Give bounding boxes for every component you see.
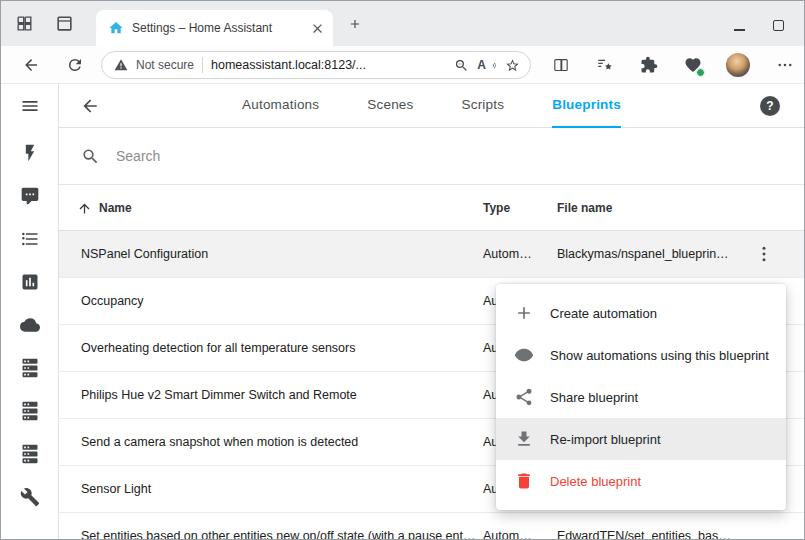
ha-tab-bar: Automations Scenes Scripts Blueprints	[59, 84, 804, 128]
address-divider	[202, 57, 203, 73]
table-row[interactable]: NSPanel Configuration Autom… Blackymas/n…	[59, 231, 804, 278]
address-bar[interactable]: Not secure homeassistant.local:8123/... …	[101, 51, 531, 79]
lightning-icon[interactable]	[20, 143, 40, 163]
share-icon	[514, 387, 534, 407]
row-name: Philips Hue v2 Smart Dimmer Switch and R…	[81, 372, 477, 419]
server-icon-3[interactable]	[20, 444, 40, 464]
split-screen-icon[interactable]	[552, 56, 570, 74]
server-icon-2[interactable]	[20, 401, 40, 421]
plus-icon	[514, 303, 534, 323]
menu-item-delete-blueprint[interactable]: Delete blueprint	[496, 460, 786, 502]
essentials-status-badge	[696, 68, 705, 77]
cloud-icon[interactable]	[20, 315, 40, 335]
row-name: Overheating detection for all temperatur…	[81, 325, 477, 372]
menu-item-label: Delete blueprint	[550, 474, 641, 489]
row-overflow-icon[interactable]	[754, 244, 774, 264]
column-header-name[interactable]: Name	[99, 185, 132, 231]
menu-item-label: Create automation	[550, 306, 657, 321]
ha-sidebar	[1, 84, 59, 539]
menu-item-label: Show automations using this blueprint	[550, 348, 769, 363]
browser-menu-icon[interactable]	[776, 56, 794, 74]
row-name: Send a camera snapshot when motion is de…	[81, 419, 477, 466]
sort-ascending-icon[interactable]	[77, 201, 92, 216]
table-header: Name Type File name	[59, 185, 804, 231]
search-bar[interactable]	[59, 128, 804, 185]
zoom-out-icon[interactable]	[454, 58, 469, 73]
browser-window: Settings – Home Assistant Not secure hom…	[0, 0, 805, 540]
row-name: Occupancy	[81, 278, 477, 325]
table-row[interactable]: Set entities based on other entities new…	[59, 513, 804, 539]
menu-item-reimport-blueprint[interactable]: Re-import blueprint	[496, 418, 786, 460]
browser-essentials-icon[interactable]	[684, 56, 702, 74]
tab-blueprints[interactable]: Blueprints	[552, 84, 621, 128]
menu-item-label: Share blueprint	[550, 390, 638, 405]
tab-title: Settings – Home Assistant	[132, 21, 310, 35]
security-label: Not secure	[136, 58, 194, 72]
column-header-type[interactable]: Type	[483, 185, 510, 231]
favorite-star-icon[interactable]	[505, 58, 520, 73]
new-tab-icon[interactable]	[348, 17, 362, 31]
tab-scripts[interactable]: Scripts	[462, 84, 505, 128]
menu-icon[interactable]	[20, 96, 40, 116]
row-name: NSPanel Configuration	[81, 231, 477, 278]
browser-tab[interactable]: Settings – Home Assistant	[96, 10, 333, 46]
row-type: Autom…	[483, 513, 532, 539]
profile-avatar[interactable]	[726, 53, 750, 77]
ha-header: Automations Scenes Scripts Blueprints ?	[59, 84, 804, 128]
menu-item-share-blueprint[interactable]: Share blueprint	[496, 376, 786, 418]
list-icon[interactable]	[20, 229, 40, 249]
help-icon[interactable]: ?	[760, 96, 780, 116]
delete-icon	[514, 471, 534, 491]
not-secure-warning-icon	[114, 58, 128, 72]
maximize-icon[interactable]	[773, 20, 784, 31]
column-header-file[interactable]: File name	[557, 185, 612, 231]
menu-item-label: Re-import blueprint	[550, 432, 661, 447]
row-name: Set entities based on other entities new…	[81, 513, 477, 539]
eye-icon	[514, 345, 534, 365]
row-file: Blackymas/nspanel_blueprin…	[557, 231, 757, 278]
home-assistant-favicon	[108, 20, 124, 36]
workspaces-icon[interactable]	[15, 14, 34, 33]
tab-actions-icon[interactable]	[55, 14, 74, 33]
row-name: Sensor Light	[81, 466, 477, 513]
read-aloud-icon[interactable]: A	[477, 58, 497, 72]
menu-item-create-automation[interactable]: Create automation	[496, 292, 786, 334]
chat-icon[interactable]	[20, 186, 40, 206]
read-aloud-letter: A	[477, 58, 486, 72]
refresh-icon[interactable]	[66, 56, 84, 74]
browser-navbar: Not secure homeassistant.local:8123/... …	[1, 46, 804, 84]
chart-icon[interactable]	[20, 272, 40, 292]
wrench-icon[interactable]	[20, 487, 40, 507]
download-icon	[514, 429, 534, 449]
tab-automations[interactable]: Automations	[242, 84, 319, 128]
tab-scenes[interactable]: Scenes	[367, 84, 413, 128]
search-input[interactable]	[116, 148, 536, 164]
favorites-hub-icon[interactable]	[596, 56, 614, 74]
row-type: Autom…	[483, 231, 532, 278]
menu-item-show-automations[interactable]: Show automations using this blueprint	[496, 334, 786, 376]
search-icon	[81, 147, 100, 166]
url-text: homeassistant.local:8123/...	[211, 58, 446, 72]
extensions-icon[interactable]	[640, 56, 658, 74]
row-file: EdwardTEN/set_entities_bas…	[557, 513, 757, 539]
minimize-icon[interactable]	[734, 29, 745, 31]
home-assistant-app: Automations Scenes Scripts Blueprints ? …	[1, 84, 804, 539]
tab-close-icon[interactable]	[310, 21, 325, 36]
browser-titlebar: Settings – Home Assistant	[1, 1, 804, 46]
back-icon[interactable]	[22, 56, 40, 74]
blueprint-context-menu: Create automation Show automations using…	[496, 284, 786, 510]
server-icon-1[interactable]	[20, 358, 40, 378]
